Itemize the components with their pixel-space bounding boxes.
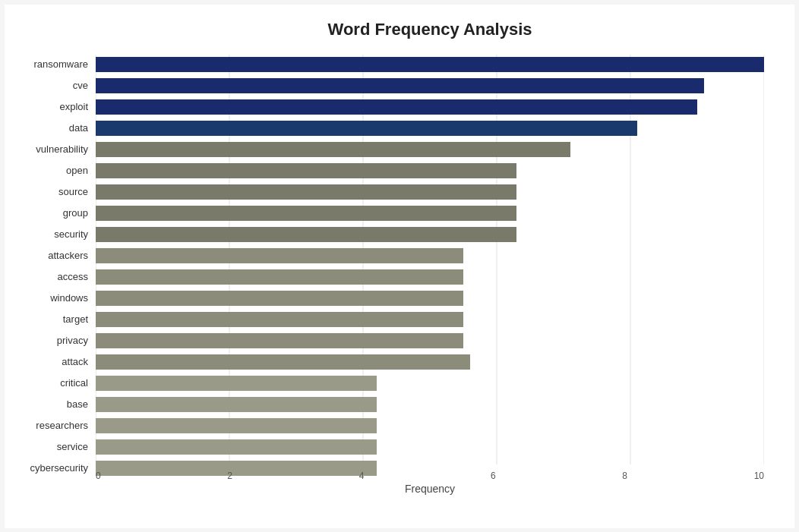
bar-row: attackers bbox=[96, 246, 764, 266]
bar-fill bbox=[96, 248, 463, 263]
bar-label: attack bbox=[12, 356, 96, 367]
bar-row: target bbox=[96, 310, 764, 329]
bar-label: cybersecurity bbox=[12, 462, 96, 474]
bar-label: base bbox=[12, 398, 96, 410]
bar-wrapper bbox=[96, 354, 764, 370]
bar-label: access bbox=[12, 271, 96, 282]
bar-row: attack bbox=[96, 352, 764, 372]
bar-fill bbox=[96, 206, 516, 221]
bar-wrapper bbox=[96, 57, 764, 72]
bar-wrapper bbox=[96, 78, 764, 93]
bar-label: ransomware bbox=[12, 58, 96, 70]
bar-wrapper bbox=[96, 291, 764, 306]
bar-wrapper bbox=[96, 397, 764, 412]
x-tick-8: 8 bbox=[622, 471, 627, 481]
bar-fill bbox=[96, 269, 463, 285]
bar-fill bbox=[96, 163, 516, 178]
bar-label: data bbox=[12, 122, 96, 134]
bar-label: cve bbox=[12, 80, 96, 91]
bar-row: open bbox=[96, 161, 764, 181]
bar-label: vulnerability bbox=[12, 143, 96, 155]
bar-wrapper bbox=[96, 163, 764, 178]
bars-section: ransomwarecveexploitdatavulnerabilityope… bbox=[96, 55, 764, 464]
bar-wrapper bbox=[96, 248, 764, 263]
bar-label: security bbox=[12, 228, 96, 240]
chart-title: Word Frequency Analysis bbox=[96, 20, 764, 39]
bar-label: critical bbox=[12, 377, 96, 389]
x-ticks: 0 2 4 6 8 10 bbox=[96, 471, 764, 481]
bar-row: ransomware bbox=[96, 55, 764, 74]
bar-fill bbox=[96, 312, 463, 327]
bar-wrapper bbox=[96, 227, 764, 242]
bar-wrapper bbox=[96, 184, 764, 200]
bar-row: security bbox=[96, 225, 764, 244]
bar-row: critical bbox=[96, 373, 764, 393]
bar-row: vulnerability bbox=[96, 140, 764, 159]
bar-wrapper bbox=[96, 99, 764, 115]
bar-wrapper bbox=[96, 269, 764, 285]
bar-wrapper bbox=[96, 418, 764, 433]
bar-fill bbox=[96, 418, 377, 433]
bar-wrapper bbox=[96, 206, 764, 221]
bar-label: exploit bbox=[12, 101, 96, 112]
bar-row: cve bbox=[96, 76, 764, 96]
bar-fill bbox=[96, 121, 637, 136]
x-tick-0: 0 bbox=[96, 471, 101, 481]
bar-wrapper bbox=[96, 439, 764, 455]
x-tick-6: 6 bbox=[491, 471, 496, 481]
bar-row: exploit bbox=[96, 97, 764, 117]
bar-row: researchers bbox=[96, 416, 764, 436]
bar-fill bbox=[96, 397, 377, 412]
bar-row: access bbox=[96, 267, 764, 287]
bar-row: group bbox=[96, 203, 764, 223]
bar-fill bbox=[96, 439, 377, 455]
bar-wrapper bbox=[96, 312, 764, 327]
x-tick-2: 2 bbox=[227, 471, 232, 481]
bar-label: service bbox=[12, 441, 96, 452]
bar-label: target bbox=[12, 313, 96, 325]
bar-row: privacy bbox=[96, 331, 764, 351]
bar-label: privacy bbox=[12, 335, 96, 346]
bar-row: source bbox=[96, 182, 764, 202]
x-axis-label: Frequency bbox=[96, 483, 764, 495]
bar-wrapper bbox=[96, 376, 764, 391]
bar-fill bbox=[96, 354, 470, 370]
bar-fill bbox=[96, 78, 704, 93]
bar-label: windows bbox=[12, 292, 96, 304]
bar-fill bbox=[96, 376, 377, 391]
bar-fill bbox=[96, 184, 516, 200]
bar-wrapper bbox=[96, 121, 764, 136]
bar-label: source bbox=[12, 186, 96, 197]
x-tick-4: 4 bbox=[359, 471, 365, 481]
x-tick-10: 10 bbox=[754, 471, 764, 481]
bar-wrapper bbox=[96, 142, 764, 157]
bar-label: attackers bbox=[12, 250, 96, 261]
bar-wrapper bbox=[96, 333, 764, 348]
bar-label: researchers bbox=[12, 420, 96, 431]
bar-row: service bbox=[96, 437, 764, 457]
chart-container: Word Frequency Analysis ransomwarecveexp… bbox=[5, 5, 794, 528]
bar-fill bbox=[96, 291, 463, 306]
bar-label: group bbox=[12, 207, 96, 219]
bar-row: data bbox=[96, 118, 764, 138]
chart-area: ransomwarecveexploitdatavulnerabilityope… bbox=[96, 55, 764, 495]
bar-fill bbox=[96, 333, 463, 348]
bar-row: base bbox=[96, 395, 764, 414]
bar-row: windows bbox=[96, 288, 764, 308]
bar-label: open bbox=[12, 165, 96, 176]
x-axis-container: 0 2 4 6 8 10 Frequency bbox=[96, 471, 764, 495]
bar-fill bbox=[96, 227, 516, 242]
bar-fill bbox=[96, 142, 570, 157]
bar-fill bbox=[96, 57, 764, 72]
bar-fill bbox=[96, 99, 697, 115]
